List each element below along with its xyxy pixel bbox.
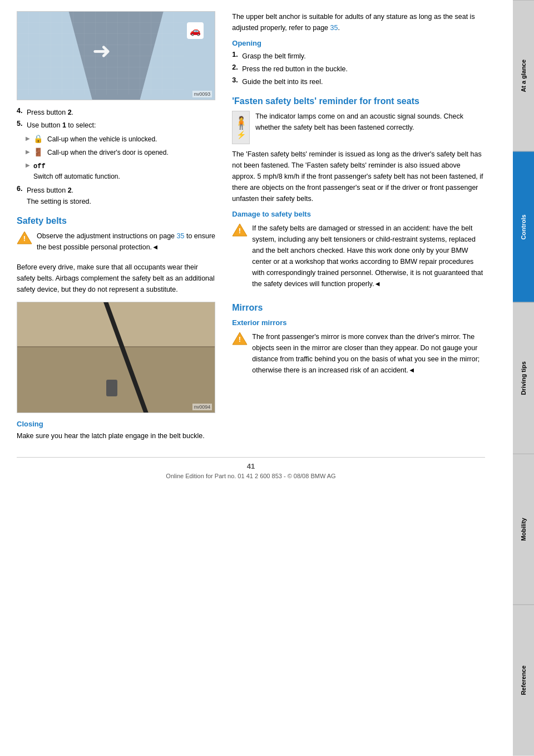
svg-text:!: ! (239, 227, 241, 235)
fasten-reminder-body: The 'Fasten safety belts' reminder is is… (232, 149, 485, 204)
closing-text: Make sure you hear the latch plate engag… (17, 430, 215, 441)
mirrors-heading: Mirrors (232, 303, 485, 313)
arrow-icon-1: ▶ (26, 135, 30, 141)
opening-steps: 1. Grasp the belt firmly. 2. Press the r… (232, 51, 485, 87)
svg-text:!: ! (23, 234, 26, 243)
fasten-reminder-heading: 'Fasten safety belts' reminder for front… (232, 96, 485, 106)
svg-text:!: ! (239, 335, 241, 343)
opening-heading: Opening (232, 39, 485, 47)
upper-belt-link[interactable]: 35 (330, 24, 338, 32)
sidebar-tab-controls[interactable]: Controls (513, 151, 534, 303)
upper-belt-text: The upper belt anchor is suitable for ad… (232, 11, 485, 33)
sub-item-door: ▶ 🚪 Call-up when the driver's door is op… (26, 148, 215, 158)
sidebar-tab-driving-tips[interactable]: Driving tips (513, 302, 534, 454)
damage-warning-triangle-icon: ! (232, 223, 248, 237)
navigation-image: ➜ 🚗 nv0093 (17, 11, 215, 100)
fasten-reminder-indicator-text: The indicator lamps come on and an acous… (255, 111, 485, 140)
sidebar-tab-reference[interactable]: Reference (513, 605, 534, 756)
belt-indicator: 🧍 ⚡ The indicator lamps come on and an a… (232, 111, 485, 144)
belt-image: nv0094 (17, 302, 215, 413)
damage-warning-text: If the safety belts are damaged or stres… (252, 223, 485, 289)
damage-warning: ! If the safety belts are damaged or str… (232, 223, 485, 294)
exterior-mirrors-warning-text: The front passenger's mirror is more con… (252, 331, 485, 376)
damage-heading: Damage to safety belts (232, 210, 485, 218)
door-icon: 🚪 (33, 148, 43, 156)
arrow-icon-3: ▶ (26, 162, 30, 168)
sub-item-unlock: ▶ 🔒 Call-up when the vehicle is unlocked… (26, 134, 215, 144)
mirror-warning-triangle-icon: ! (232, 332, 248, 345)
safety-belts-heading: Safety belts (17, 216, 215, 226)
step-6: 6. Press button 2.The setting is stored. (17, 185, 215, 207)
step-4: 4. Press button 2. (17, 107, 215, 118)
opening-step-2: 2. Press the red button in the buckle. (232, 63, 485, 75)
sidebar: At a glance Controls Driving tips Mobili… (513, 0, 534, 756)
sub-item-off: ▶ offSwitch off automatic function. (26, 161, 215, 181)
sidebar-tab-at-a-glance[interactable]: At a glance (513, 0, 534, 151)
page-footer: 41 Online Edition for Part no. 01 41 2 6… (17, 457, 485, 479)
closing-heading: Closing (17, 420, 215, 428)
sidebar-tab-mobility[interactable]: Mobility (513, 454, 534, 605)
exterior-mirrors-heading: Exterior mirrors (232, 318, 485, 327)
opening-step-3: 3. Guide the belt into its reel. (232, 76, 485, 87)
arrow-icon-2: ▶ (26, 149, 30, 155)
footer-text: Online Edition for Part no. 01 41 2 600 … (17, 473, 485, 479)
svg-rect-0 (17, 11, 184, 95)
page-number: 41 (17, 462, 485, 470)
safety-belts-warning: ! Observe the adjustment instructions on… (17, 230, 215, 257)
opening-step-1: 1. Grasp the belt firmly. (232, 51, 485, 62)
lock-icon: 🔒 (33, 134, 43, 143)
warning-page-link[interactable]: 35 (177, 232, 185, 240)
seat-belt-indicator-icon: 🧍 ⚡ (232, 111, 250, 144)
warning-triangle-icon: ! (17, 231, 32, 244)
exterior-mirrors-warning: ! The front passenger's mirror is more c… (232, 331, 485, 380)
step-5: 5. Use button 1 to select: (17, 120, 215, 131)
safety-belts-body: Before every drive, make sure that all o… (17, 262, 215, 295)
